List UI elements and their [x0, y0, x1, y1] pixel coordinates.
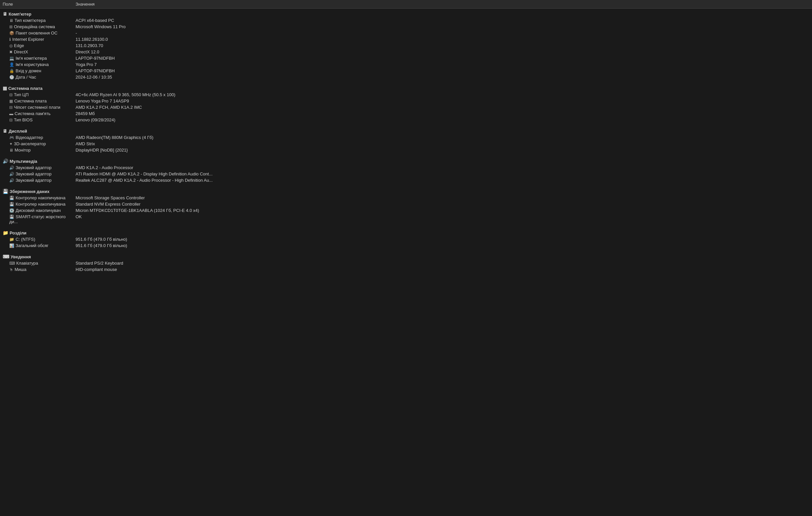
row-icon-audio: 🔊	[9, 178, 14, 183]
value-cell: 951.6 Гб (479.0 Гб вільно)	[73, 242, 232, 249]
value-cell[interactable]: Micron MTFDKCD1T0TGE-1BK1AABLA (1024 Гб,…	[73, 207, 232, 214]
value-cell[interactable]: AMD Strix	[73, 141, 232, 147]
table-row: ⊟Чіпсет системної платиAMD K1A.2 FCH, AM…	[0, 104, 812, 110]
row-icon-pc: 💻	[9, 56, 14, 61]
value-cell: 28459 Мб	[73, 110, 232, 117]
row-icon-mouse: 🖱	[9, 267, 13, 272]
row-icon-audio: 🔊	[9, 165, 14, 170]
field-label: Edge	[14, 43, 24, 48]
table-row: ▬Системна пам'ять28459 Мб	[0, 110, 812, 117]
table-row: ℹInternet Explorer11.1882.26100.0	[0, 36, 812, 43]
value-cell: 951.6 Гб (479.0 Гб вільно)	[73, 236, 232, 242]
row-icon-edge: ◎	[9, 44, 12, 48]
row-icon-windows: ⊞	[9, 25, 12, 29]
row-icon-disk: 💽	[9, 208, 14, 213]
table-row: 💽Дисковий накопичувачMicron MTFDKCD1T0TG…	[0, 207, 812, 214]
table-row: ⌨КлавіатураStandard PS/2 Keyboard	[0, 260, 812, 266]
row-icon-cpu: ⊟	[9, 92, 12, 97]
empty-cell	[232, 30, 812, 36]
row-icon-audio: 🔊	[9, 172, 14, 176]
field-label: DirectX	[14, 49, 28, 54]
empty-cell	[232, 104, 812, 110]
value-cell[interactable]: ATI Radeon HDMI @ AMD K1A.2 - Display Hi…	[73, 171, 232, 177]
value-cell[interactable]: Realtek ALC287 @ AMD K1A.2 - Audio Proce…	[73, 177, 232, 183]
section-label-computer: Комп'ютер	[9, 11, 31, 17]
table-row: ⊟Тип ЦП4C+6c AMD Ryzen AI 9 365, 5050 MH…	[0, 91, 812, 98]
section-divider	[0, 80, 812, 83]
row-icon-directx: ✖	[9, 50, 12, 54]
table-row: 💾Контролер накопичувачаStandard NVM Expr…	[0, 201, 812, 207]
field-cell: ⊟Чіпсет системної плати	[0, 104, 73, 110]
value-cell[interactable]: AMD K1A.2 FCH, AMD K1A.2 IMC	[73, 104, 232, 110]
value-cell[interactable]: AMD Radeon(TM) 880M Graphics (4 Гб)	[73, 134, 232, 141]
field-label: Звуковий адаптор	[16, 171, 51, 176]
empty-cell	[232, 117, 812, 123]
table-row: 🔊Звуковий адапторATI Radeon HDMI @ AMD K…	[0, 171, 812, 177]
section-icon-storage: 💾	[3, 189, 8, 194]
table-row: 📁C: (NTFS)951.6 Гб (479.0 Гб вільно)	[0, 236, 812, 242]
row-icon-package: 📦	[9, 31, 14, 35]
value-cell: DisplayHDR [NoDB] {2021}	[73, 147, 232, 153]
field-cell: 📁C: (NTFS)	[0, 236, 73, 242]
field-cell: 💽Дисковий накопичувач	[0, 207, 73, 214]
section-multimedia: 🔊Мультимедіа	[0, 156, 812, 164]
row-icon-monitor: 🖥	[9, 18, 13, 23]
empty-cell	[232, 67, 812, 74]
value-cell: Yoga Pro 7	[73, 61, 232, 67]
value-cell[interactable]: Lenovo (09/28/2024)	[73, 117, 232, 123]
table-row: ✦3D-акселераторAMD Strix	[0, 141, 812, 147]
value-cell[interactable]: AMD K1A.2 - Audio Processor	[73, 164, 232, 171]
empty-cell	[232, 24, 812, 30]
field-cell: 🎮Відеоадаптер	[0, 134, 73, 141]
value-cell: Microsoft Storage Spaces Controller	[73, 195, 232, 201]
section-storage: 💾Збереження даних	[0, 186, 812, 195]
empty-cell	[232, 177, 812, 183]
empty-cell	[232, 195, 812, 201]
field-label: Тип ЦП	[14, 92, 29, 97]
value-cell[interactable]: DirectX 12.0	[73, 49, 232, 55]
row-icon-3d: ✦	[9, 142, 12, 146]
col-header-value: Значення	[73, 0, 232, 9]
table-row: 👤Ім'я користувачаYoga Pro 7	[0, 61, 812, 67]
table-row: 🔊Звуковий адапторAMD K1A.2 - Audio Proce…	[0, 164, 812, 171]
row-icon-clock: 🕐	[9, 75, 14, 80]
value-cell[interactable]: Lenovo Yoga Pro 7 14ASP9	[73, 98, 232, 104]
field-cell: 🖥Монітор	[0, 147, 73, 153]
empty-cell	[232, 242, 812, 249]
field-label: Системна пам'ять	[14, 111, 51, 116]
table-row: 📦Пакет оновлення ОС-	[0, 30, 812, 36]
empty-cell	[232, 201, 812, 207]
table-row: ▦Системна платаLenovo Yoga Pro 7 14ASP9	[0, 98, 812, 104]
field-cell: ▦Системна плата	[0, 98, 73, 104]
section-label-multimedia: Мультимедіа	[10, 159, 37, 164]
table-row: 💻Ім'я комп'ютераLAPTOP-97NIDFBH	[0, 55, 812, 61]
field-label: Звуковий адаптор	[16, 178, 51, 183]
value-cell[interactable]: Microsoft Windows 11 Pro	[73, 24, 232, 30]
field-label: Internet Explorer	[12, 37, 44, 42]
value-cell: OK	[73, 214, 232, 225]
table-row: 🖱МишаHID-compliant mouse	[0, 266, 812, 273]
value-cell[interactable]: 11.1882.26100.0	[73, 36, 232, 43]
field-label: Дисковий накопичувач	[16, 208, 61, 213]
section-motherboard: ▦Системна плата	[0, 83, 812, 91]
row-icon-domain: 🔒	[9, 69, 14, 73]
table-row: 📊Загальний обсяг951.6 Гб (479.0 Гб вільн…	[0, 242, 812, 249]
field-label: Ім'я користувача	[16, 62, 49, 67]
field-cell: ▬Системна пам'ять	[0, 110, 73, 117]
value-cell[interactable]: 4C+6c AMD Ryzen AI 9 365, 5050 MHz (50.5…	[73, 91, 232, 98]
col-header-field: Поле	[0, 0, 73, 9]
empty-cell	[232, 74, 812, 80]
field-cell: ✖DirectX	[0, 49, 73, 55]
table-row: 💾Контролер накопичувачаMicrosoft Storage…	[0, 195, 812, 201]
field-cell: 🔒Вхід у домен	[0, 67, 73, 74]
field-cell: 🖥Тип комп'ютера	[0, 17, 73, 24]
empty-cell	[232, 110, 812, 117]
field-label: Відеоадаптер	[16, 135, 43, 140]
field-label: SMART-статус жорсткого ди...	[9, 214, 66, 224]
value-cell[interactable]: 131.0.2903.70	[73, 43, 232, 49]
row-icon-monitor2: 🖥	[9, 148, 13, 153]
field-cell: 🖱Миша	[0, 266, 73, 273]
row-icon-controller: 💾	[9, 196, 14, 200]
field-cell: 📦Пакет оновлення ОС	[0, 30, 73, 36]
empty-cell	[232, 43, 812, 49]
